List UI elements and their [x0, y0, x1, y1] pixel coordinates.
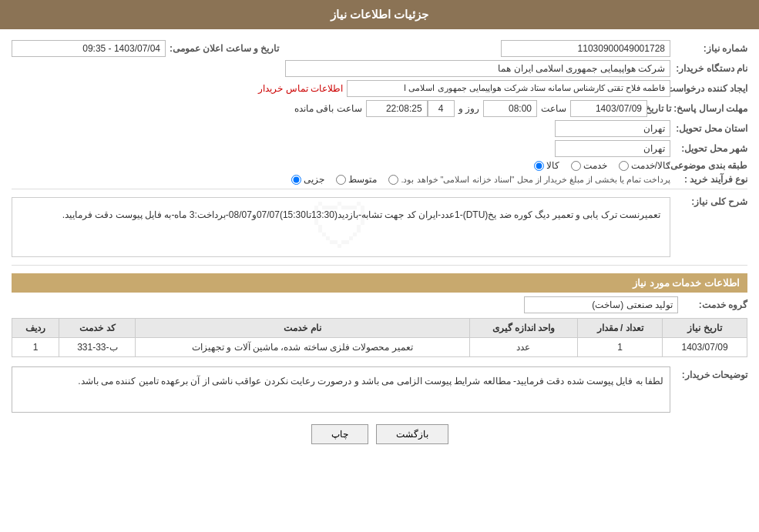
radio-tamaaz[interactable]: پرداخت تمام یا بخشی از مبلغ خریدار از مح…	[388, 175, 670, 185]
tozihat-value: لطفا به فایل پیوست شده دقت فرمایید- مطال…	[12, 366, 670, 413]
nooe-farayand-radio-group: پرداخت تمام یا بخشی از مبلغ خریدار از مح…	[291, 174, 670, 185]
divider-2	[12, 265, 747, 266]
radio-motawaset-label: متوسط	[348, 174, 377, 185]
baqi-label: ساعت باقی مانده	[294, 103, 362, 114]
col-radif: ردیف	[12, 319, 59, 338]
radio-motawaset-input[interactable]	[336, 175, 346, 185]
ostan-tahvil-value: تهران	[555, 120, 670, 137]
services-table: تاریخ نیاز تعداد / مقدار واحد اندازه گیر…	[12, 318, 747, 357]
radio-khadamat[interactable]: خدمت	[571, 160, 607, 171]
name-dastaghah-label: نام دستگاه خریدار:	[670, 63, 747, 74]
radio-tamaaz-label: پرداخت تمام یا بخشی از مبلغ خریدار از مح…	[401, 175, 670, 185]
radio-kala-khadamat-label: کالا/خدمت	[631, 160, 670, 171]
radio-kala-khadamat[interactable]: کالا/خدمت	[619, 160, 670, 171]
baqi-value: 22:08:25	[366, 100, 428, 117]
shomara-niaz-label: شماره نیاز:	[670, 43, 747, 54]
col-kod-khadamat: کد خدمت	[59, 319, 136, 338]
col-nam-khadamat: نام خدمت	[136, 319, 469, 338]
radio-khadamat-input[interactable]	[571, 161, 581, 171]
grooh-label: گروه خدمت:	[678, 299, 747, 310]
tarikh-label: تاریخ و ساعت اعلان عمومی:	[166, 43, 279, 54]
col-tarikh-niaz: تاریخ نیاز	[663, 319, 747, 338]
cell-vahad: عدد	[469, 338, 578, 357]
radio-tamaaz-input[interactable]	[388, 175, 398, 185]
name-dastaghah-value: شرکت هواپیمایی جمهوری اسلامی ایران هما	[285, 60, 670, 77]
col-vahad: واحد اندازه گیری	[469, 319, 578, 338]
cell-tedaad: 1	[578, 338, 663, 357]
cell-tarikh: 1403/07/09	[663, 338, 747, 357]
table-row: 1403/07/09 1 عدد تعمیر محصولات فلزی ساخت…	[12, 338, 747, 357]
date-value: 1403/07/09	[570, 100, 647, 117]
radio-jozii[interactable]: جزیی	[291, 174, 324, 185]
ijad-konande-value: فاطمه فلاح تقتی کارشناس سامانه ستاد شرکت…	[347, 80, 670, 97]
cell-radif: 1	[12, 338, 59, 357]
rooz-value: 4	[428, 100, 455, 117]
tasnif-label: طبقه بندی موضوعی:	[670, 160, 747, 171]
rooz-label: روز و	[458, 103, 479, 114]
mohlat-ersal-label: مهلت ارسال پاسخ: تا تاریخ:	[647, 103, 747, 114]
radio-motawaset[interactable]: متوسط	[336, 174, 377, 185]
shomara-niaz-value: 11030900049001728	[501, 40, 670, 57]
cell-nam: تعمیر محصولات فلزی ساخته شده، ماشین آلات…	[136, 338, 469, 357]
radio-kala-input[interactable]	[534, 161, 544, 171]
radio-khadamat-label: خدمت	[583, 160, 607, 171]
radio-kala-label: کالا	[546, 160, 559, 171]
page-header: جزئیات اطلاعات نیاز	[0, 0, 759, 29]
ijad-konande-link[interactable]: اطلاعات تماس خریدار	[258, 83, 343, 94]
tarikh-value: 1403/07/04 - 09:35	[12, 40, 166, 57]
ostan-tahvil-label: استان محل تحویل:	[670, 123, 747, 134]
tasnif-radio-group: کالا/خدمت خدمت کالا	[534, 160, 670, 171]
saat-label: ساعت	[541, 103, 566, 114]
radio-kala-khadamat-input[interactable]	[619, 161, 629, 171]
col-tedaad: تعداد / مقدار	[578, 319, 663, 338]
grooh-value: تولید صنعتی (ساخت)	[524, 296, 678, 313]
nooe-farayand-label: نوع فرآیند خرید :	[670, 174, 747, 185]
sharh-label: شرح کلی نیاز:	[670, 193, 747, 207]
saat-value: 08:00	[483, 100, 537, 117]
back-button[interactable]: بازگشت	[376, 424, 448, 444]
page-title: جزئیات اطلاعات نیاز	[331, 8, 428, 21]
divider-1	[12, 189, 747, 189]
print-button[interactable]: چاپ	[311, 424, 368, 444]
cell-kod: ب-33-331	[59, 338, 136, 357]
radio-jozii-input[interactable]	[291, 175, 301, 185]
sharh-value: تعمیرنست ترک یابی و تعمیر دیگ کوره ضد یخ…	[18, 204, 663, 250]
buttons-row: بازگشت چاپ	[12, 424, 747, 444]
radio-kala[interactable]: کالا	[534, 160, 559, 171]
shahr-tahvil-value: تهران	[555, 140, 670, 157]
radio-jozii-label: جزیی	[304, 174, 324, 185]
ijad-konande-label: ایجاد کننده درخواست:	[670, 83, 747, 94]
sharh-container: 🛡 تعمیرنست ترک یابی و تعمیر دیگ کوره ضد …	[12, 197, 670, 257]
tozihat-label: توضیحات خریدار:	[670, 366, 747, 380]
khadamat-section-title: اطلاعات خدمات مورد نیاز	[12, 273, 747, 293]
shahr-tahvil-label: شهر محل تحویل:	[670, 143, 747, 154]
